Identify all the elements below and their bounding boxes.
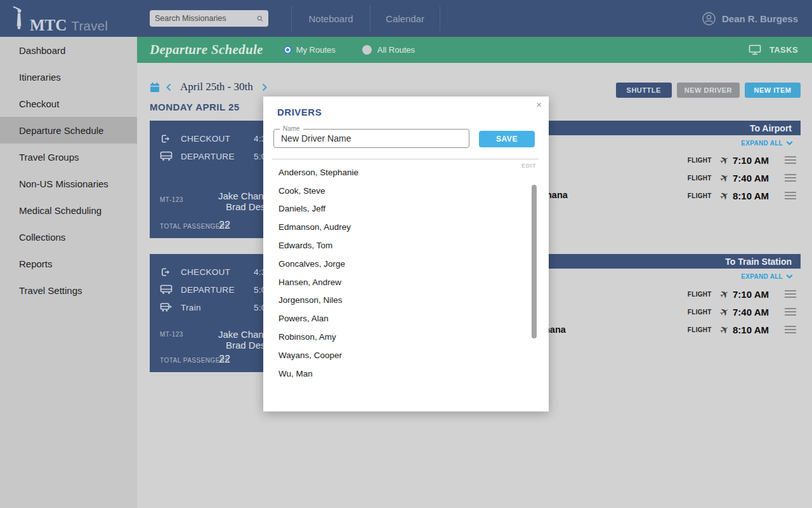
driver-name-2: Brad Des bbox=[226, 201, 266, 212]
flight-time: 7:10 AM bbox=[733, 155, 771, 166]
row-menu-icon[interactable] bbox=[785, 326, 796, 333]
row-menu-icon[interactable] bbox=[785, 156, 796, 164]
checkout-icon bbox=[160, 267, 174, 277]
sidebar-item[interactable]: Dashboard bbox=[0, 37, 137, 64]
tasks-button[interactable]: TASKS bbox=[749, 44, 812, 55]
driver-name: Anderson, Stephanie bbox=[278, 168, 358, 177]
chevron-down-icon bbox=[786, 274, 793, 279]
shuttle-button[interactable]: SHUTTLE bbox=[616, 83, 672, 98]
new-driver-button[interactable]: NEW DRIVER bbox=[677, 83, 740, 98]
sidebar-item-label: Non-US Missionaries bbox=[19, 178, 108, 189]
checkout-label: CHECKOUT bbox=[181, 267, 230, 277]
driver-list-item[interactable]: Powers, Alan bbox=[278, 309, 521, 328]
driver-list-item[interactable]: Edwards, Tom bbox=[278, 236, 521, 255]
row-menu-icon[interactable] bbox=[785, 308, 796, 316]
sidebar-item-label: Medical Scheduling bbox=[19, 205, 102, 216]
driver-list-item[interactable]: Edmanson, Audrey bbox=[278, 218, 521, 236]
driver-name: Powers, Alan bbox=[278, 314, 329, 323]
modal-title: DRIVERS bbox=[277, 107, 322, 117]
sidebar-item[interactable]: Checkout bbox=[0, 90, 137, 117]
save-button[interactable]: SAVE bbox=[479, 131, 535, 147]
flight-row: FLIGHT ✈ 7:10 AM bbox=[631, 151, 796, 169]
edit-button[interactable]: EDIT bbox=[521, 163, 536, 169]
tab-calendar-label: Calendar bbox=[386, 13, 424, 24]
sidebar-item-label: Itineraries bbox=[19, 72, 61, 83]
field-label: Name bbox=[280, 125, 303, 132]
drivers-modal: × DRIVERS Name SAVE EDIT Anderson, Steph… bbox=[263, 97, 549, 411]
driver-list-item[interactable]: Jorgenson, Niles bbox=[278, 291, 521, 310]
flight-row: FLIGHT ✈ 7:40 AM bbox=[631, 303, 796, 321]
route-id: MT-123 bbox=[160, 196, 183, 203]
modal-divider bbox=[272, 159, 539, 159]
sidebar-item[interactable]: Medical Scheduling bbox=[0, 197, 137, 224]
tab-noteboard[interactable]: Noteboard bbox=[291, 6, 370, 31]
driver-list-item[interactable]: Robinson, Amy bbox=[278, 328, 521, 346]
radio-my-routes[interactable]: My Routes bbox=[285, 45, 336, 55]
flight-time: 7:40 AM bbox=[733, 307, 771, 318]
search-icon[interactable] bbox=[257, 14, 263, 23]
close-icon[interactable]: × bbox=[536, 99, 542, 110]
bus-icon bbox=[160, 284, 174, 295]
driver-name-field: Name bbox=[273, 129, 469, 148]
search-input[interactable] bbox=[155, 14, 257, 23]
sidebar-item[interactable]: Departure Schedule bbox=[0, 117, 137, 144]
user-avatar-icon bbox=[702, 11, 716, 26]
brand-logo: MTC Travel bbox=[11, 5, 108, 34]
sidebar-item[interactable]: Travel Settings bbox=[0, 277, 137, 304]
driver-list-item[interactable]: Cook, Steve bbox=[278, 182, 521, 200]
sidebar-item[interactable]: Reports bbox=[0, 250, 137, 277]
plane-icon: ✈ bbox=[717, 286, 731, 302]
page-title: Departure Schedule bbox=[150, 42, 263, 58]
radio-my-routes-label: My Routes bbox=[296, 45, 336, 55]
flight-label: FLIGHT bbox=[688, 309, 712, 316]
row-menu-icon[interactable] bbox=[785, 192, 796, 199]
new-driver-name-input[interactable] bbox=[274, 130, 469, 147]
sidebar-item[interactable]: Non-US Missionaries bbox=[0, 170, 137, 197]
route-filter: My Routes All Routes bbox=[285, 45, 415, 55]
new-item-button[interactable]: NEW ITEM bbox=[745, 83, 801, 98]
expand-all-airport[interactable]: EXPAND ALL bbox=[741, 140, 793, 147]
flight-row: FLIGHT ✈ 7:40 AM bbox=[631, 169, 796, 187]
radio-unselected-icon[interactable] bbox=[362, 45, 372, 55]
sidebar-item-label: Dashboard bbox=[19, 45, 65, 56]
calendar-icon[interactable] bbox=[150, 82, 160, 93]
brand-name: MTC bbox=[30, 17, 67, 34]
driver-list-item[interactable]: Daniels, Jeff bbox=[278, 200, 521, 218]
navbar-tabs: Noteboard Calendar bbox=[291, 6, 440, 31]
page-header: Departure Schedule My Routes All Routes … bbox=[137, 37, 812, 63]
row-menu-icon[interactable] bbox=[785, 290, 796, 298]
flight-time: 8:10 AM bbox=[733, 324, 771, 335]
driver-list-item[interactable]: Goncalves, Jorge bbox=[278, 255, 521, 273]
date-range-label: April 25th - 30th bbox=[180, 81, 253, 93]
sidebar-item-label: Collections bbox=[19, 232, 65, 243]
bus-icon bbox=[160, 151, 174, 161]
next-week-icon[interactable] bbox=[262, 83, 267, 91]
plane-icon: ✈ bbox=[717, 152, 731, 168]
flight-time: 8:10 AM bbox=[733, 190, 771, 201]
row-menu-icon[interactable] bbox=[785, 174, 796, 182]
sidebar-item[interactable]: Travel Groups bbox=[0, 144, 137, 170]
sidebar-item[interactable]: Collections bbox=[0, 224, 137, 250]
section-title: To Airport bbox=[750, 123, 792, 133]
driver-list-item[interactable]: Wayans, Cooper bbox=[278, 346, 521, 364]
top-navbar: MTC Travel Noteboard Calendar Dean bbox=[0, 0, 812, 37]
radio-all-routes[interactable]: All Routes bbox=[362, 45, 415, 55]
previous-week-icon[interactable] bbox=[166, 83, 171, 91]
driver-list-item[interactable]: Wu, Man bbox=[278, 364, 521, 383]
expand-all-train-station[interactable]: EXPAND ALL bbox=[741, 273, 793, 280]
scrollbar-thumb[interactable] bbox=[532, 185, 537, 338]
sidebar-item[interactable]: Itineraries bbox=[0, 64, 137, 90]
driver-name: Hansen, Andrew bbox=[278, 277, 341, 287]
user-menu[interactable]: Dean R. Burgess bbox=[702, 0, 798, 37]
total-passengers-value: 22 bbox=[219, 354, 230, 365]
driver-list-item[interactable]: Anderson, Stephanie bbox=[278, 163, 521, 182]
flight-label: FLIGHT bbox=[688, 291, 712, 298]
driver-name: Edwards, Tom bbox=[278, 241, 332, 250]
day-heading: MONDAY APRIL 25 bbox=[150, 102, 240, 112]
radio-selected-icon[interactable] bbox=[285, 47, 291, 53]
driver-list-item[interactable]: Hansen, Andrew bbox=[278, 273, 521, 291]
clipped-name-fragment: nana bbox=[546, 190, 568, 200]
departure-label: DEPARTURE bbox=[181, 152, 235, 161]
tab-calendar[interactable]: Calendar bbox=[370, 6, 440, 31]
driver-name: Wayans, Cooper bbox=[278, 351, 342, 360]
